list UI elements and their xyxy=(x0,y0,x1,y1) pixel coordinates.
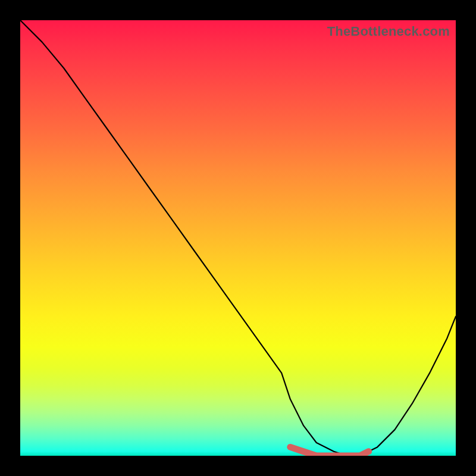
curve-layer xyxy=(20,20,456,456)
optimal-band xyxy=(290,447,369,456)
chart-frame: TheBottleneck.com xyxy=(0,0,476,476)
plot-area: TheBottleneck.com xyxy=(20,20,456,456)
bottleneck-curve xyxy=(20,20,456,456)
